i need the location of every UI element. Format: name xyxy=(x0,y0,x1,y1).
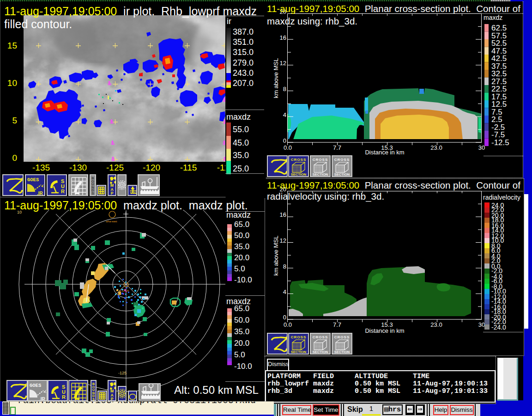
svg-text:P: P xyxy=(111,191,114,195)
svg-text:SECTION: SECTION xyxy=(291,172,306,176)
svg-text:GOES: GOES xyxy=(27,177,39,183)
svg-text:16: 16 xyxy=(280,34,286,41)
svg-text:7.7: 7.7 xyxy=(333,144,341,151)
svg-text:CROSS: CROSS xyxy=(313,335,328,339)
svg-text:4: 4 xyxy=(283,288,286,295)
svg-text:P: P xyxy=(111,397,114,400)
svg-text:SECTION: SECTION xyxy=(291,350,306,354)
svg-text:-24.0: -24.0 xyxy=(491,324,506,331)
svg-text:CROSS: CROSS xyxy=(291,158,306,162)
svg-text:CROSS: CROSS xyxy=(334,158,350,162)
svg-text:S: S xyxy=(91,191,94,195)
svg-text:km above MSL: km above MSL xyxy=(272,236,279,276)
svg-text:R: R xyxy=(61,189,65,194)
svg-text:km above MSL: km above MSL xyxy=(272,58,279,98)
svg-text:16: 16 xyxy=(280,211,286,218)
svg-text:SECTION: SECTION xyxy=(334,172,350,176)
svg-text:CROSS: CROSS xyxy=(291,335,306,339)
svg-text:23.0: 23.0 xyxy=(430,321,442,328)
svg-text:30: 30 xyxy=(478,321,485,328)
svg-text:30: 30 xyxy=(478,144,485,151)
svg-text:wha-east: wha-east xyxy=(105,220,117,223)
svg-text:0: 0 xyxy=(283,137,286,144)
svg-text:0.0: 0.0 xyxy=(284,144,292,151)
svg-text:7.7: 7.7 xyxy=(333,321,341,328)
svg-text:8: 8 xyxy=(283,86,286,92)
svg-text:0.0: 0.0 xyxy=(284,321,292,328)
svg-text:4: 4 xyxy=(283,111,286,118)
svg-text:-125: -125 xyxy=(118,371,127,375)
svg-text:CROSS: CROSS xyxy=(313,158,328,162)
svg-text:CROSS: CROSS xyxy=(334,335,350,339)
svg-text:23.0: 23.0 xyxy=(430,144,442,151)
svg-text:maxdz: maxdz xyxy=(484,14,502,21)
svg-text:12: 12 xyxy=(280,60,286,67)
svg-text:R: R xyxy=(62,394,66,400)
svg-text:radialvelocity: radialvelocity xyxy=(483,194,520,201)
svg-text:12: 12 xyxy=(280,237,286,244)
svg-text:.IR: .IR xyxy=(37,191,43,195)
svg-text:0: 0 xyxy=(283,314,286,321)
svg-text:.IR: .IR xyxy=(39,397,46,400)
svg-text:SECTION: SECTION xyxy=(313,172,328,176)
svg-text:8: 8 xyxy=(283,263,286,270)
svg-text:SECTION: SECTION xyxy=(313,350,328,354)
svg-text:-12.5: -12.5 xyxy=(491,138,509,147)
svg-text:S: S xyxy=(92,397,95,400)
svg-text:SECTION: SECTION xyxy=(334,350,350,354)
svg-text:GOES: GOES xyxy=(30,383,41,388)
